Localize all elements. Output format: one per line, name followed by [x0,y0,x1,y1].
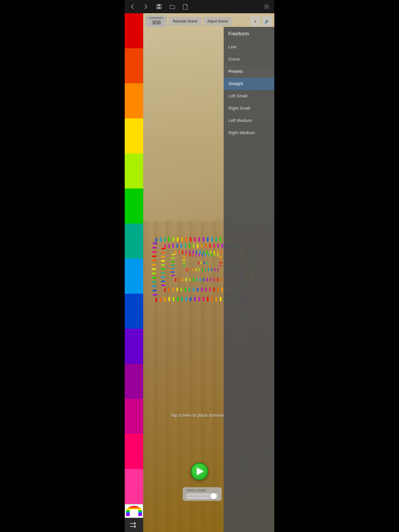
play-button[interactable] [191,463,208,480]
svg-rect-167 [186,251,187,254]
color-swatch-yellow-green[interactable] [125,153,143,189]
back-button[interactable] [128,3,137,11]
rainbow-button[interactable] [125,504,143,518]
svg-rect-199 [199,253,200,256]
color-swatch-red[interactable] [125,13,143,48]
svg-rect-69 [152,277,156,279]
color-swatch-pink-red[interactable] [125,434,143,469]
svg-rect-185 [208,268,209,271]
menu-item-curve[interactable]: Curve [224,53,274,65]
adjust-scene-button[interactable]: Adjust Scene [203,17,232,26]
svg-rect-123 [161,252,165,253]
color-swatch-sky[interactable] [125,259,143,294]
svg-rect-181 [196,268,197,271]
svg-rect-133 [179,278,180,281]
menu-item-left-medium[interactable]: Left Medium [224,114,274,127]
svg-rect-71 [152,285,156,287]
svg-rect-124 [161,256,165,257]
svg-rect-175 [171,268,174,269]
dominoes-count: 308 [148,19,164,26]
svg-rect-74 [164,288,166,292]
svg-rect-1 [158,4,160,6]
save-button[interactable] [154,3,164,11]
menu-item-presets: Presets [224,65,274,78]
sound-icon: 🔊 [264,19,270,24]
play-icon [197,468,204,475]
svg-rect-131 [161,285,165,286]
svg-rect-157 [220,251,222,254]
menu-item-right-medium[interactable]: Right Medium [224,127,274,139]
svg-rect-73 [153,294,157,296]
speed-thumb[interactable] [210,493,217,499]
svg-rect-143 [213,278,215,281]
svg-rect-108 [217,244,219,248]
svg-rect-7 [168,297,170,301]
app-container: Tap screen to place dominoes. [125,0,274,532]
music-icon: ♪ [254,19,256,24]
svg-rect-8 [173,297,174,301]
relocate-scene-button[interactable]: Relocate Scene [169,17,201,26]
menu-item-straight[interactable]: Straight [224,78,274,90]
menu-item-freeform[interactable]: Freeform [224,27,274,41]
svg-rect-13 [194,297,196,301]
topple-speed-label: TOPPLE SPEED [186,489,219,492]
svg-rect-67 [152,268,156,270]
svg-rect-196 [208,253,209,256]
color-swatch-yellow[interactable] [125,118,143,153]
color-swatch-magenta[interactable] [125,399,143,434]
topple-speed-panel: TOPPLE SPEED [183,487,222,501]
svg-rect-78 [180,288,182,291]
menu-item-right-small[interactable]: Right Small [224,102,274,114]
svg-rect-53 [186,237,187,241]
svg-rect-61 [153,242,157,244]
color-swatch-teal[interactable] [125,223,143,259]
svg-rect-188 [217,268,219,272]
color-swatch-blue[interactable] [125,294,143,329]
svg-rect-194 [214,253,215,256]
svg-rect-186 [211,268,212,271]
color-swatch-green[interactable] [125,189,143,223]
svg-rect-17 [211,297,213,301]
color-swatch-dark-purple[interactable] [125,364,143,399]
color-swatch-hot-pink[interactable] [125,469,143,504]
svg-rect-192 [219,256,222,257]
svg-rect-4 [155,298,157,302]
svg-rect-202 [189,253,190,256]
svg-rect-189 [219,265,222,266]
svg-rect-125 [161,260,165,261]
svg-rect-84 [205,288,206,291]
svg-rect-183 [202,268,203,271]
svg-rect-57 [168,237,170,241]
svg-rect-65 [152,260,156,261]
shuffle-button[interactable] [125,518,143,532]
svg-rect-115 [189,244,190,248]
svg-rect-112 [201,244,202,248]
svg-rect-210 [203,261,204,265]
svg-rect-166 [189,251,190,254]
svg-rect-168 [182,251,183,254]
svg-rect-80 [189,288,190,291]
music-button[interactable]: ♪ [250,16,260,26]
right-panel: Freeform Line Curve Presets Straight Lef… [224,27,274,532]
svg-rect-172 [171,257,174,259]
svg-rect-127 [161,268,165,270]
menu-item-left-small[interactable]: Left Small [224,90,274,102]
forward-button[interactable] [141,3,150,11]
svg-rect-47 [211,237,213,241]
svg-rect-2 [157,7,161,9]
svg-rect-170 [175,251,176,254]
svg-rect-114 [193,244,194,248]
color-swatch-orange-red[interactable] [125,48,143,83]
svg-rect-126 [161,264,165,266]
open-button[interactable] [167,3,177,11]
new-button[interactable] [181,3,190,11]
svg-rect-162 [203,251,204,254]
svg-rect-118 [176,244,178,248]
color-swatch-indigo[interactable] [125,329,143,364]
settings-button[interactable] [262,3,271,11]
menu-item-line[interactable]: Line [224,41,274,53]
sound-button[interactable]: 🔊 [262,16,272,26]
color-swatch-orange[interactable] [125,83,143,118]
speed-slider[interactable] [186,494,219,499]
svg-point-3 [265,6,268,8]
